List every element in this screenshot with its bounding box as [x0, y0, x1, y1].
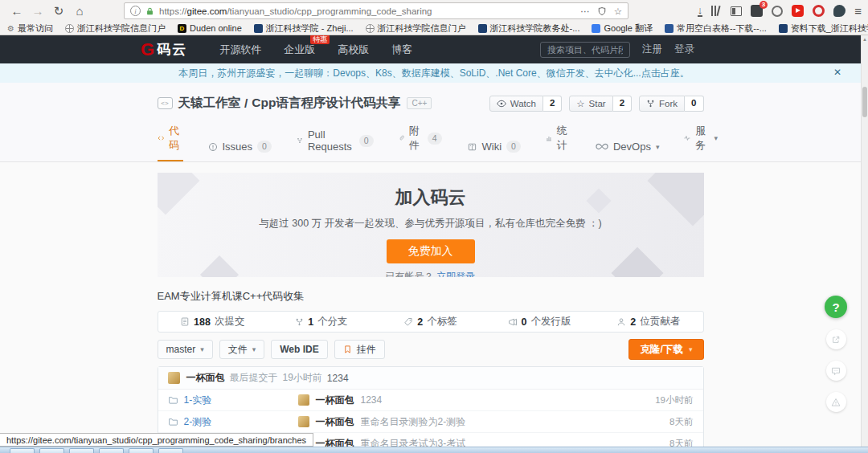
pull-requests-count-badge: 0	[359, 135, 374, 147]
star-button[interactable]: ☆Star 2	[569, 96, 632, 112]
web-ide-button[interactable]: Web IDE	[271, 340, 327, 359]
watch-count[interactable]: 2	[543, 96, 562, 112]
taskbar-button[interactable]	[129, 448, 154, 453]
tab-attachments[interactable]: 附件4	[399, 124, 442, 161]
stat-branches[interactable]: 1个分支	[267, 315, 376, 329]
bookmark-item[interactable]: 常用空白表格--下载--...	[665, 22, 767, 35]
taskbar-button[interactable]	[39, 448, 64, 453]
stat-commits[interactable]: 188次提交	[158, 315, 268, 329]
bookmark-item[interactable]: 浙江科技学院信息门户	[366, 22, 466, 35]
site-info-icon[interactable]: i	[130, 6, 141, 16]
url-text[interactable]: https://gitee.com/tianyuan_studio/cpp_pr…	[159, 6, 575, 16]
search-input[interactable]	[540, 42, 630, 58]
row-commit-message[interactable]: 重命名目录考试为3-考试	[361, 437, 466, 447]
menu-button[interactable]: ≡	[854, 4, 862, 18]
have-account-text: 已有帐号？	[386, 271, 434, 277]
register-link[interactable]: 注册	[642, 43, 662, 56]
avatar[interactable]	[298, 394, 309, 406]
gitee-logo[interactable]: G 码云	[141, 40, 187, 59]
extension-ring-icon[interactable]	[772, 6, 783, 17]
file-link[interactable]: 1-实验	[184, 394, 212, 407]
scroll-up-arrow[interactable]: ▲	[862, 35, 868, 43]
bookmark-most-visited[interactable]: ⚙最常访问	[7, 22, 53, 35]
join-free-button[interactable]: 免费加入	[387, 239, 475, 263]
repo-owner[interactable]: 天辕工作室	[178, 95, 241, 112]
tab-devops[interactable]: DevOps▾	[596, 141, 660, 161]
extension-video-icon[interactable]	[792, 5, 804, 17]
forward-button[interactable]: →	[27, 2, 48, 20]
row-author[interactable]: 一杯面包	[316, 415, 354, 429]
stat-contributors[interactable]: 2位贡献者	[594, 315, 703, 329]
extension-paw-icon[interactable]	[833, 5, 845, 17]
commit-message[interactable]: 1234	[327, 373, 349, 384]
url-bar[interactable]: i https://gitee.com/tianyuan_studio/cpp_…	[124, 2, 628, 19]
library-button[interactable]	[711, 6, 722, 16]
avatar[interactable]	[298, 416, 309, 427]
row-commit-message[interactable]: 1234	[361, 394, 383, 406]
star-count[interactable]: 2	[613, 96, 632, 112]
taskbar-button[interactable]	[158, 448, 183, 453]
downloads-button[interactable]: ↓	[698, 6, 703, 17]
widget-button[interactable]: 挂件	[334, 340, 385, 359]
extension-o-icon[interactable]	[813, 5, 825, 17]
bookmark-item[interactable]: 浙江科技学院 - Zheji...	[254, 22, 354, 35]
taskbar-button[interactable]	[69, 448, 94, 453]
report-button[interactable]	[826, 392, 846, 412]
nav-enterprise[interactable]: 企业版特惠	[284, 43, 315, 57]
back-button[interactable]: ←	[6, 2, 27, 20]
home-button[interactable]: ⌂	[69, 2, 90, 20]
tab-code[interactable]: 代码	[158, 124, 183, 161]
file-link[interactable]: 2-测验	[184, 415, 212, 429]
taskbar-button[interactable]	[10, 448, 35, 453]
stat-tags[interactable]: 2个标签	[376, 315, 485, 329]
stat-releases[interactable]: 0个发行版	[485, 315, 594, 329]
help-button[interactable]: ?	[825, 296, 847, 318]
tab-wiki[interactable]: Wiki0	[467, 141, 521, 161]
branch-selector[interactable]: master▾	[158, 340, 213, 359]
clone-download-button[interactable]: 克隆/下载▾	[628, 339, 703, 360]
announcement-text[interactable]: 本周日，苏州开源盛宴，一起聊聊：Devops、K8s、数据库建模、SoLiD、.…	[178, 67, 689, 80]
close-icon[interactable]: ✕	[833, 67, 841, 78]
bookmark-item[interactable]: 浙江科技学院教务处-...	[478, 22, 580, 35]
page-actions-icon[interactable]: ⋯	[580, 6, 590, 17]
share-button[interactable]	[826, 329, 846, 349]
table-row[interactable]: 1-实验 一杯面包1234 19小时前	[158, 390, 703, 411]
nav-open-source[interactable]: 开源软件	[219, 43, 261, 57]
bookmark-star-icon[interactable]: ☆	[614, 6, 622, 17]
announcement-banner[interactable]: 本周日，苏州开源盛宴，一起聊聊：Devops、K8s、数据库建模、SoLiD、.…	[0, 63, 868, 83]
extension-notes-icon[interactable]: 3	[751, 5, 763, 17]
row-author[interactable]: 一杯面包	[316, 394, 354, 407]
folder-icon	[168, 395, 178, 405]
taskbar-button[interactable]	[99, 448, 124, 453]
nav-blog[interactable]: 博客	[391, 43, 412, 57]
tab-pull-requests[interactable]: Pull Requests0	[297, 129, 374, 161]
nav-education[interactable]: 高校版	[338, 43, 369, 57]
page-scrollbar[interactable]: ▲	[861, 35, 868, 447]
windows-taskbar[interactable]	[0, 447, 868, 453]
pocket-shield-icon[interactable]	[597, 6, 607, 16]
watch-button[interactable]: Watch 2	[489, 96, 563, 112]
bookmark-item[interactable]: Google 翻译	[592, 22, 653, 35]
bookmark-item[interactable]: DDuden online	[178, 23, 242, 33]
bookmark-item[interactable]: 资料下载_浙江科技学...	[779, 22, 868, 35]
row-author[interactable]: 一杯面包	[316, 437, 354, 447]
sidebar-button[interactable]	[731, 6, 742, 16]
tab-issues[interactable]: Issues0	[208, 141, 272, 161]
login-link[interactable]: 登录	[674, 43, 694, 56]
tab-statistics[interactable]: 统计	[546, 124, 571, 161]
fork-button[interactable]: Fork 0	[639, 96, 703, 112]
row-commit-message[interactable]: 重命名目录测验为2-测验	[361, 415, 466, 429]
table-row[interactable]: 2-测验 一杯面包重命名目录测验为2-测验 8天前	[158, 411, 703, 433]
repo-name[interactable]: Cpp语言程序设计代码共享	[252, 95, 400, 112]
bookmark-item[interactable]: 浙江科技学院信息门户	[65, 22, 166, 35]
files-menu-button[interactable]: 文件▾	[219, 340, 265, 359]
commit-author[interactable]: 一杯面包	[186, 371, 225, 385]
feedback-button[interactable]	[826, 361, 846, 381]
login-now-link[interactable]: 立即登录	[436, 271, 475, 277]
code-icon	[158, 133, 165, 143]
fork-count[interactable]: 0	[685, 96, 703, 112]
avatar[interactable]	[168, 372, 180, 384]
tab-services[interactable]: 服务▾	[684, 124, 718, 161]
scrollbar-thumb[interactable]	[862, 87, 867, 117]
reload-button[interactable]: ↻	[48, 2, 69, 20]
